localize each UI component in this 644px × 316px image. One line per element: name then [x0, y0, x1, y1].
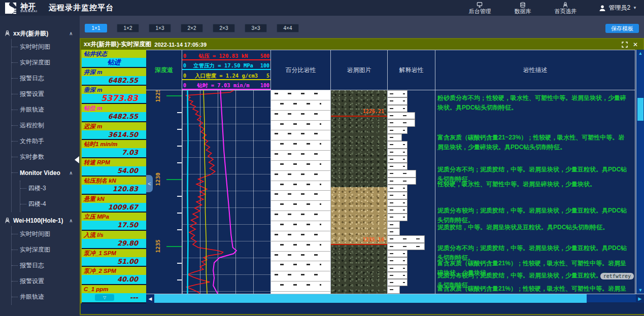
well-node-xx井(新井眼)[interactable]: xx井(新井眼)∧ — [0, 28, 80, 39]
layout-button-2×3[interactable]: 2×3 — [213, 24, 235, 32]
sidebar-item-远程控制[interactable]: 远程控制 — [12, 118, 80, 133]
percent-lithology-row — [271, 193, 330, 201]
legend-min: 0 — [183, 53, 186, 59]
legend-min: 0 — [183, 62, 186, 69]
column-header-lithology-description: 岩性描述 — [435, 50, 635, 90]
nav-item-数据库[interactable]: 数据库 — [514, 2, 531, 14]
close-icon[interactable]: ✕ — [633, 42, 638, 48]
parameter-value: 3614.50 — [82, 130, 146, 139]
layout-button-1×1[interactable]: 1×1 — [85, 24, 107, 32]
sidebar-collapse-handle[interactable] — [75, 156, 79, 163]
sidebar-item-四楼-3[interactable]: 四楼-3 — [20, 181, 80, 196]
sidebar-item-井眼轨迹[interactable]: 井眼轨迹 — [12, 102, 80, 118]
derrick-icon — [562, 2, 569, 8]
parameter-value: 17.50 — [82, 221, 146, 230]
lithology-pattern — [280, 143, 322, 145]
well-name: xx井(新井眼) — [13, 29, 48, 38]
interp-lithology-block — [388, 185, 408, 192]
lithology-description-track: 粉砂质分布不均；性较硬，吸水性、可塑性中等。岩屑呈块状，少量碎块状。具PDC钻头… — [435, 90, 635, 294]
lithology-pattern — [390, 202, 405, 203]
maximize-icon[interactable] — [622, 42, 628, 48]
layout-button-4×4[interactable]: 4×4 — [277, 24, 299, 32]
legend-scale: 0立管压力 = 17.50 MPa100 — [182, 62, 270, 70]
sidebar-item-报警日志[interactable]: 报警日志 — [12, 71, 80, 86]
brand-name-en: SHENKAI — [20, 10, 38, 13]
parameter-迟深: 迟深 m3614.50 — [82, 122, 146, 141]
collapse-caret-icon[interactable]: ∧ — [69, 31, 73, 36]
parameter-label: 泵冲_1 SPM — [82, 249, 146, 257]
interp-lithology-block — [388, 141, 408, 148]
parameter-井深: 井深 m6482.55 — [82, 68, 146, 86]
legend-row-钻压: 0钻压 = 120.83 kN500 — [182, 50, 270, 60]
parameter-dropdown-button[interactable]: ▽ — [95, 294, 114, 301]
depth-minor-tick — [177, 229, 182, 230]
sidebar-item-文件助手[interactable]: 文件助手 — [12, 133, 80, 149]
parameter-value: 6482.55 — [82, 76, 146, 85]
horizontal-scrollbar[interactable]: ◀ ▶ — [146, 294, 644, 302]
scroll-down-icon[interactable]: ▼ — [637, 288, 643, 293]
lithology-pattern — [390, 209, 405, 210]
sidebar-item-实时参数[interactable]: 实时参数 — [12, 149, 80, 165]
legend-row-钻时: 0钻时 = 7.03 min/m100 — [182, 80, 270, 90]
layout-button-1×2[interactable]: 1×2 — [117, 24, 139, 32]
interp-lithology-block — [388, 127, 408, 134]
scroll-right-icon[interactable]: ▶ — [636, 294, 644, 303]
photo-depth-line — [331, 116, 387, 117]
layout-button-3×3[interactable]: 3×3 — [245, 24, 267, 32]
lithology-description: 富含灰质（碳酸钙含量21~23%）；性较硬，吸水性、可塑性中等。岩屑呈块状，少量… — [437, 133, 628, 152]
collapse-curve-panel-button[interactable]: < — [146, 175, 153, 192]
sidebar-item-报警设置[interactable]: 报警设置 — [12, 273, 80, 289]
scroll-left-icon[interactable]: ◀ — [146, 294, 154, 303]
vertical-scrollbar[interactable]: ▲ ▼ — [636, 50, 644, 294]
lithology-pattern — [390, 231, 397, 232]
parameter-泵冲_1: 泵冲_1 SPM51.00 — [82, 249, 146, 267]
vertical-scroll-thumb[interactable] — [637, 98, 643, 121]
lithology-pattern — [275, 193, 327, 195]
collapse-caret-icon[interactable]: ∧ — [69, 170, 73, 175]
top-nav: 后台管理数据库首页选井 — [468, 2, 577, 14]
parameter-label: 迟深 m — [82, 122, 146, 130]
save-template-button[interactable]: 保存模板 — [605, 24, 639, 33]
parameter-value: 29.80 — [82, 239, 146, 248]
interp-lithology-block — [388, 221, 400, 228]
sidebar-item-实时时间图[interactable]: 实时时间图 — [12, 226, 80, 242]
parameter-label: 入流 l/s — [82, 231, 146, 239]
scroll-up-icon[interactable]: ▲ — [637, 51, 643, 56]
interp-lithology-block — [388, 257, 408, 264]
interp-lithology-block — [388, 228, 400, 235]
interp-lithology-block — [388, 279, 408, 286]
layout-buttons: 1×11×21×32×22×33×34×4 — [80, 24, 299, 32]
parameter-value: ▽--- — [82, 293, 146, 302]
sidebar-item-Monitor Video[interactable]: Monitor Video∧ — [12, 165, 80, 181]
sidebar-item-实时时间图[interactable]: 实时时间图 — [12, 39, 80, 55]
well-node-Wei-H100(Hole-1)[interactable]: Wei-H100(Hole-1)∧ — [0, 215, 80, 226]
user-menu[interactable]: 管理员2 ▼ — [599, 4, 637, 12]
lithology-pattern — [280, 184, 322, 185]
layout-button-2×2[interactable]: 2×2 — [181, 24, 203, 32]
lithology-pattern — [390, 260, 405, 261]
sidebar-item-实时深度图[interactable]: 实时深度图 — [12, 242, 80, 258]
lithology-description: 性较硬，吸水性、可塑性中等。岩屑呈碎块状，少量块状。 — [437, 180, 628, 189]
legend-row-立管压力: 0立管压力 = 17.50 MPa100 — [182, 60, 270, 71]
lithology-pattern — [390, 130, 405, 131]
sidebar-item-实时深度图[interactable]: 实时深度图 — [12, 55, 80, 71]
sidebar-item-井眼轨迹[interactable]: 井眼轨迹 — [12, 289, 80, 305]
admin-monitor-icon — [476, 2, 483, 8]
sidebar-item-报警设置[interactable]: 报警设置 — [12, 86, 80, 102]
nav-item-首页选井[interactable]: 首页选井 — [554, 2, 577, 14]
lithology-pattern — [275, 113, 327, 115]
well-children: 实时时间图实时深度图报警日志报警设置井眼轨迹远程控制文件助手实时参数Monito… — [11, 39, 80, 212]
layout-button-1×3[interactable]: 1×3 — [149, 24, 171, 32]
collapse-caret-icon[interactable]: ∧ — [69, 218, 73, 223]
column-header-cuttings-photo: 岩屑图片 — [331, 50, 388, 90]
interp-lithology-block — [388, 286, 400, 293]
lithology-pattern — [390, 144, 405, 145]
legend-text: 钻压 = 120.83 kN — [199, 53, 248, 59]
nav-item-后台管理[interactable]: 后台管理 — [468, 2, 491, 14]
user-caret-icon: ▼ — [633, 6, 637, 10]
window-timestamp: 2022-11-14 17:05:39 — [154, 42, 207, 48]
horizontal-scroll-thumb[interactable] — [154, 294, 587, 303]
parameter-垂深: 垂深 m5373.83 — [82, 86, 146, 104]
sidebar-item-报警日志[interactable]: 报警日志 — [12, 258, 80, 273]
sidebar-item-四楼-4[interactable]: 四楼-4 — [20, 196, 80, 212]
